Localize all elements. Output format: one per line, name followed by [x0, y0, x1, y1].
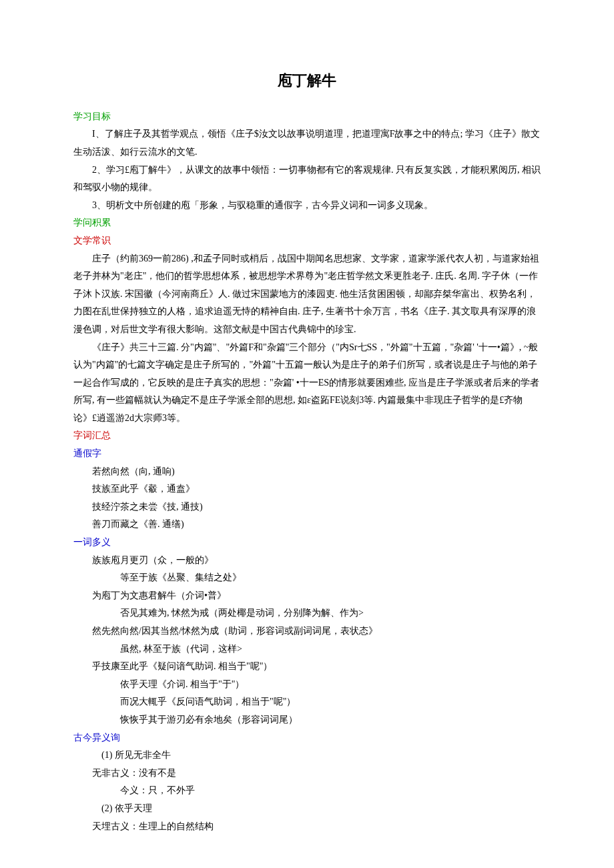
sub-gujin: 古今异义询: [73, 729, 541, 747]
yici-2b: 否见其难为, 怵然为戒（两处椰是动词，分别降为解、作为>: [73, 604, 541, 622]
goal-1: I、了解庄子及其哲学观点，领悟《庄子$汝文以故事说明道理，把道理寓F故事之中的特…: [73, 125, 541, 161]
gujin-2-num: (2) 依乎天理: [73, 800, 541, 818]
literature-p1: 庄子（约前369一前286) ,和孟子同时或梢后，战国中期闻名思想家、文学家，道…: [73, 250, 541, 339]
sub-tongjia: 通假字: [73, 445, 541, 463]
tongjia-1: 若然向然（向, 通响): [73, 463, 541, 481]
yici-4c: 而况大輒乎《反问语气助词，相当于"呢"）: [73, 693, 541, 711]
section-learning-goals: 学习目标: [73, 108, 541, 126]
yici-4: 乎技康至此乎《疑问谙气助词. 相当于"呢"）: [73, 658, 541, 676]
literature-p2: 《庄子》共三十三篇. 分"内篇"、"外篇F和"杂篇"三个部分（"内Sr七SS，"…: [73, 339, 541, 428]
yici-1b: 等至于族《丛聚、集结之处》: [73, 569, 541, 587]
yici-4b: 依乎天理《介词. 相当于"于"）: [73, 676, 541, 694]
subsection-vocabulary: 字词汇总: [73, 427, 541, 445]
yici-3: 然先然向然/因其当然/怵然为成（助词，形容词或副词词尾，表状态》: [73, 622, 541, 640]
tongjia-2: 技族至此乎《觳，通盍》: [73, 480, 541, 498]
yici-2: 为庖丁为文惠君解牛（介词•普》: [73, 587, 541, 605]
section-knowledge: 学问积累: [73, 214, 541, 232]
gujin-1b: 今义：只，不外乎: [73, 782, 541, 800]
yici-1: 族族庖月更刃（众，一般的》: [73, 552, 541, 570]
gujin-2a: 天埋古义：生理上的自然结构: [73, 818, 541, 836]
gujin-1a: 无非古义：没有不是: [73, 765, 541, 783]
goal-2: 2、学习£庖丁解牛》，从课文的故事中领悟：一切事物都有它的客观规律. 只有反复实…: [73, 161, 541, 197]
yici-3b: 虽然, 林至于族（代词，这样>: [73, 640, 541, 659]
subsection-literature: 文学常识: [73, 232, 541, 250]
sub-yici: 一词多义: [73, 534, 541, 552]
tongjia-3: 技经泞茶之未尝《技, 通技): [73, 498, 541, 516]
yici-4d: 恢恢乎其于游刃必有余地矣（形容词词尾）: [73, 711, 541, 729]
page-title: 庖丁解牛: [73, 67, 541, 95]
tongjia-4: 善刀而藏之《善. 通缮): [73, 516, 541, 534]
gujin-1-num: (1) 所见无非全牛: [73, 747, 541, 765]
goal-3: 3、明析文中所创建的庖「形象，与驭稳重的通假字，古今异义词和一词多义现象。: [73, 197, 541, 215]
